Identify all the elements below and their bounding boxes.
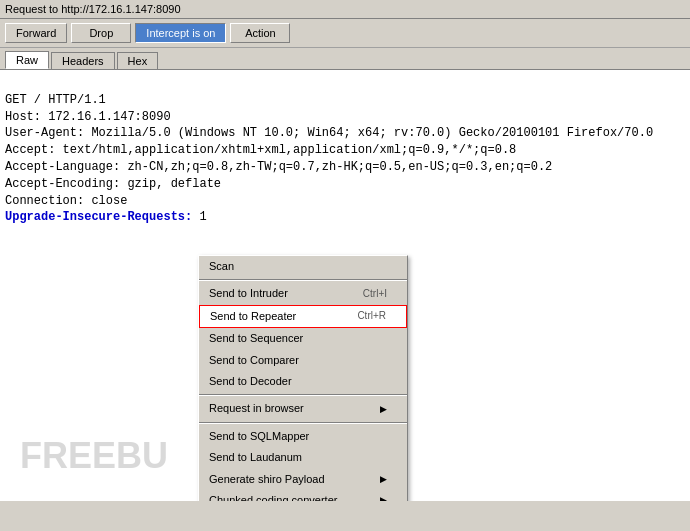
action-button[interactable]: Action	[230, 23, 290, 43]
watermark: FREEBU	[20, 431, 168, 481]
title-bar: Request to http://172.16.1.147:8090	[0, 0, 690, 19]
upgrade-header: Upgrade-Insecure-Requests:	[5, 210, 192, 224]
menu-item-scan[interactable]: Scan	[199, 256, 407, 277]
menu-item-chunked[interactable]: Chunked coding converter	[199, 490, 407, 501]
menu-separator-1	[199, 279, 407, 281]
menu-item-shiro-payload[interactable]: Generate shiro Payload	[199, 469, 407, 490]
menu-item-send-comparer[interactable]: Send to Comparer	[199, 350, 407, 371]
menu-item-sqlmapper[interactable]: Send to SQLMapper	[199, 426, 407, 447]
menu-item-request-browser[interactable]: Request in browser	[199, 398, 407, 419]
title-text: Request to http://172.16.1.147:8090	[5, 3, 181, 15]
intercept-button[interactable]: Intercept is on	[135, 23, 226, 43]
menu-item-send-intruder[interactable]: Send to Intruder Ctrl+I	[199, 283, 407, 304]
tab-raw[interactable]: Raw	[5, 51, 49, 69]
menu-separator-3	[199, 422, 407, 424]
menu-item-send-decoder[interactable]: Send to Decoder	[199, 371, 407, 392]
request-text: GET / HTTP/1.1 Host: 172.16.1.147:8090 U…	[5, 75, 685, 243]
tab-hex[interactable]: Hex	[117, 52, 159, 69]
tab-headers[interactable]: Headers	[51, 52, 115, 69]
tab-bar: Raw Headers Hex	[0, 48, 690, 70]
menu-item-send-repeater[interactable]: Send to Repeater Ctrl+R	[199, 305, 407, 328]
toolbar: Forward Drop Intercept is on Action	[0, 19, 690, 48]
request-line: GET / HTTP/1.1 Host: 172.16.1.147:8090 U…	[5, 93, 653, 225]
menu-item-send-sequencer[interactable]: Send to Sequencer	[199, 328, 407, 349]
context-menu: Scan Send to Intruder Ctrl+I Send to Rep…	[198, 255, 408, 501]
forward-button[interactable]: Forward	[5, 23, 67, 43]
menu-item-laudanum[interactable]: Send to Laudanum	[199, 447, 407, 468]
menu-separator-2	[199, 394, 407, 396]
request-content-area: GET / HTTP/1.1 Host: 172.16.1.147:8090 U…	[0, 70, 690, 501]
drop-button[interactable]: Drop	[71, 23, 131, 43]
